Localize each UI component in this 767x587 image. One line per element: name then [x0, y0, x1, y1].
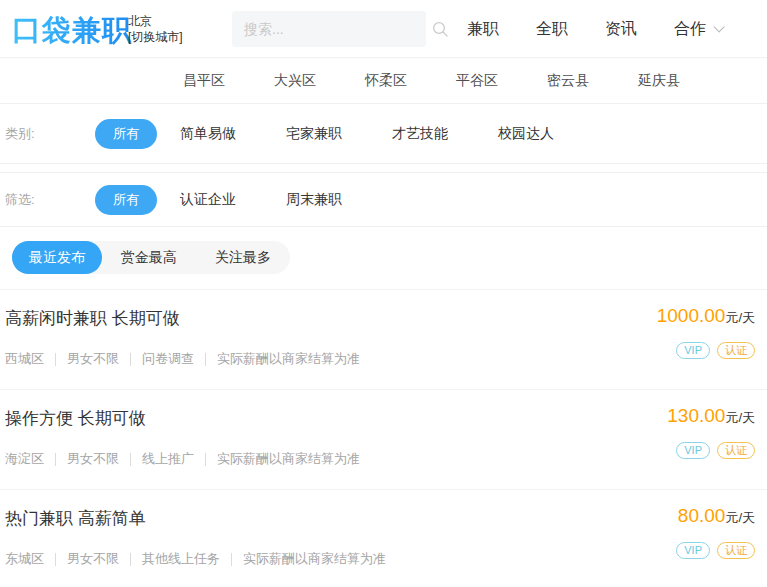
meta-separator	[130, 353, 131, 366]
vip-badge: VIP	[676, 342, 710, 359]
category-option-talent[interactable]: 才艺技能	[392, 125, 448, 143]
job-row[interactable]: 操作方便 长期可做 海淀区 男女不限 线上推广 实际薪酬以商家结算为准 130.…	[0, 390, 767, 490]
price-unit: 元/天	[725, 510, 755, 525]
meta-separator	[55, 453, 56, 466]
screen-filter-label: 筛选:	[5, 191, 35, 209]
meta-separator	[130, 553, 131, 566]
verified-badge: 认证	[717, 542, 755, 559]
current-city-label: 北京	[128, 13, 183, 29]
price-amount: 1000.00	[657, 305, 726, 326]
category-option-easy[interactable]: 简单易做	[180, 125, 236, 143]
search-input[interactable]	[232, 21, 431, 37]
site-logo[interactable]: 口袋兼职	[12, 11, 132, 51]
screen-filter-row: 筛选: 所有 认证企业 周末兼职	[0, 173, 767, 226]
district-item-huairou[interactable]: 怀柔区	[365, 72, 407, 90]
screen-option-weekend[interactable]: 周末兼职	[286, 191, 342, 209]
meta-separator	[205, 353, 206, 366]
category-all-pill[interactable]: 所有	[95, 119, 157, 149]
switch-city-link[interactable]: [切换城市]	[128, 29, 183, 45]
job-list: 高薪闲时兼职 长期可做 西城区 男女不限 问卷调查 实际薪酬以商家结算为准 10…	[0, 290, 767, 587]
job-gender: 男女不限	[67, 450, 119, 468]
district-item-miyun[interactable]: 密云县	[547, 72, 589, 90]
job-category: 其他线上任务	[142, 550, 220, 568]
job-gender: 男女不限	[67, 550, 119, 568]
job-badges: VIP 认证	[676, 442, 755, 459]
district-item-yanqing[interactable]: 延庆县	[638, 72, 680, 90]
job-meta: 东城区 男女不限 其他线上任务 实际薪酬以商家结算为准	[5, 550, 755, 568]
job-badges: VIP 认证	[676, 342, 755, 359]
job-price: 130.00元/天	[667, 405, 755, 427]
section-gap	[0, 163, 767, 173]
search-icon[interactable]	[431, 20, 449, 38]
category-option-home[interactable]: 宅家兼职	[286, 125, 342, 143]
meta-separator	[55, 353, 56, 366]
job-title[interactable]: 操作方便 长期可做	[5, 407, 585, 430]
sort-tab-latest[interactable]: 最近发布	[12, 241, 102, 274]
price-unit: 元/天	[725, 410, 755, 425]
job-category: 线上推广	[142, 450, 194, 468]
price-unit: 元/天	[725, 310, 755, 325]
sort-tab-group: 最近发布 赏金最高 关注最多	[12, 241, 290, 274]
screen-option-verified-company[interactable]: 认证企业	[180, 191, 236, 209]
screen-options: 认证企业 周末兼职	[0, 191, 342, 209]
job-title[interactable]: 热门兼职 高薪简单	[5, 507, 585, 530]
sort-tab-highest-pay[interactable]: 赏金最高	[102, 249, 196, 267]
job-pay-note: 实际薪酬以商家结算为准	[243, 550, 386, 568]
vip-badge: VIP	[676, 442, 710, 459]
job-meta: 西城区 男女不限 问卷调查 实际薪酬以商家结算为准	[5, 350, 755, 368]
screen-all-pill[interactable]: 所有	[95, 185, 157, 215]
job-district: 西城区	[5, 350, 44, 368]
job-gender: 男女不限	[67, 350, 119, 368]
job-pay-note: 实际薪酬以商家结算为准	[217, 350, 360, 368]
category-filter-label: 类别:	[5, 125, 35, 143]
verified-badge: 认证	[717, 342, 755, 359]
nav-part-time[interactable]: 兼职	[467, 19, 499, 40]
sort-bar: 最近发布 赏金最高 关注最多	[0, 227, 767, 290]
top-header: 口袋兼职 北京 [切换城市] 兼职 全职 资讯 合作	[0, 0, 767, 58]
nav-full-time[interactable]: 全职	[536, 19, 568, 40]
category-option-campus[interactable]: 校园达人	[498, 125, 554, 143]
district-item-changping[interactable]: 昌平区	[183, 72, 225, 90]
price-amount: 80.00	[678, 505, 726, 526]
job-price: 80.00元/天	[678, 505, 755, 527]
district-item-pinggu[interactable]: 平谷区	[456, 72, 498, 90]
job-district: 东城区	[5, 550, 44, 568]
job-badges: VIP 认证	[676, 542, 755, 559]
verified-badge: 认证	[717, 442, 755, 459]
nav-news[interactable]: 资讯	[605, 19, 637, 40]
district-item-daxing[interactable]: 大兴区	[274, 72, 316, 90]
meta-separator	[130, 453, 131, 466]
nav-cooperation[interactable]: 合作	[674, 19, 721, 40]
meta-separator	[205, 453, 206, 466]
job-title[interactable]: 高薪闲时兼职 长期可做	[5, 307, 585, 330]
main-nav: 兼职 全职 资讯 合作	[467, 0, 721, 58]
search-box[interactable]	[232, 11, 426, 47]
job-pay-note: 实际薪酬以商家结算为准	[217, 450, 360, 468]
job-row[interactable]: 热门兼职 高薪简单 东城区 男女不限 其他线上任务 实际薪酬以商家结算为准 80…	[0, 490, 767, 587]
district-filter-row: 昌平区 大兴区 怀柔区 平谷区 密云县 延庆县	[0, 58, 767, 104]
sort-tab-most-followed[interactable]: 关注最多	[196, 249, 290, 267]
meta-separator	[55, 553, 56, 566]
category-options: 简单易做 宅家兼职 才艺技能 校园达人	[0, 125, 554, 143]
category-filter-row: 类别: 所有 简单易做 宅家兼职 才艺技能 校园达人	[0, 104, 767, 163]
job-district: 海淀区	[5, 450, 44, 468]
job-meta: 海淀区 男女不限 线上推广 实际薪酬以商家结算为准	[5, 450, 755, 468]
chevron-down-icon	[713, 21, 724, 32]
price-amount: 130.00	[667, 405, 725, 426]
vip-badge: VIP	[676, 542, 710, 559]
city-block: 北京 [切换城市]	[128, 13, 183, 45]
meta-separator	[231, 553, 232, 566]
job-price: 1000.00元/天	[657, 305, 755, 327]
job-row[interactable]: 高薪闲时兼职 长期可做 西城区 男女不限 问卷调查 实际薪酬以商家结算为准 10…	[0, 290, 767, 390]
job-category: 问卷调查	[142, 350, 194, 368]
nav-cooperation-label[interactable]: 合作	[674, 19, 706, 40]
